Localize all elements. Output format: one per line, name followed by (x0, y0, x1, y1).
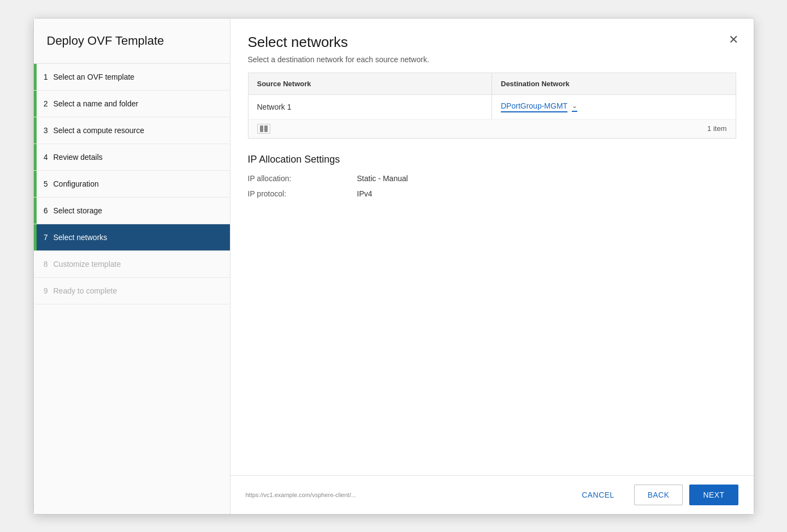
network-table: Source Network Destination Network Netwo… (248, 73, 736, 119)
step-indicator (34, 278, 37, 304)
ip-protocol-row: IP protocol: IPv4 (248, 189, 736, 198)
source-network-cell: Network 1 (248, 94, 492, 119)
step-number: 2 (34, 99, 54, 108)
step-number: 3 (34, 126, 54, 135)
page-subtitle: Select a destination network for each so… (248, 55, 736, 64)
ip-protocol-value: IPv4 (357, 189, 372, 198)
close-button[interactable]: ✕ (726, 32, 741, 48)
next-button[interactable]: NEXT (689, 485, 738, 505)
dialog-footer: https://vc1.example.com/vsphere-client/.… (230, 475, 754, 514)
sidebar-step-6[interactable]: 6 Select storage (34, 198, 230, 224)
sidebar-step-2[interactable]: 2 Select a name and folder (34, 91, 230, 117)
step-label: Select networks (54, 233, 108, 242)
step-indicator (34, 224, 37, 250)
step-number: 1 (34, 73, 54, 81)
step-indicator (34, 117, 37, 144)
ip-allocation-section: IP Allocation Settings IP allocation: St… (248, 154, 736, 198)
ip-allocation-label: IP allocation: (248, 174, 357, 183)
destination-network-cell[interactable]: DPortGroup-MGMT ⌄ (492, 94, 736, 119)
ip-allocation-value: Static - Manual (357, 174, 408, 183)
step-indicator (34, 91, 37, 117)
sidebar-step-4[interactable]: 4 Review details (34, 144, 230, 171)
step-label: Select an OVF template (54, 73, 135, 81)
step-indicator (34, 144, 37, 170)
col-destination-network: Destination Network (492, 73, 736, 94)
step-label: Select a name and folder (54, 99, 139, 108)
sidebar-step-5[interactable]: 5 Configuration (34, 171, 230, 198)
ip-allocation-row: IP allocation: Static - Manual (248, 174, 736, 183)
dialog-body: Deploy OVF Template 1 Select an OVF temp… (34, 19, 754, 514)
step-number: 7 (34, 233, 54, 242)
main-content: Select networks Select a destination net… (230, 19, 754, 514)
step-number: 4 (34, 153, 54, 162)
chevron-down-icon: ⌄ (572, 102, 577, 112)
sidebar-steps: 1 Select an OVF template 2 Select a name… (34, 64, 230, 304)
step-label: Select a compute resource (54, 126, 145, 135)
sidebar-title: Deploy OVF Template (34, 19, 230, 64)
table-footer-icons (257, 124, 270, 134)
table-row: Network 1 DPortGroup-MGMT ⌄ (248, 94, 736, 119)
back-button[interactable]: BACK (634, 485, 683, 505)
deploy-ovf-dialog: Deploy OVF Template 1 Select an OVF temp… (33, 18, 754, 515)
step-number: 9 (34, 286, 54, 295)
table-header-row: Source Network Destination Network (248, 73, 736, 94)
svg-rect-0 (260, 125, 263, 132)
cancel-button[interactable]: CANCEL (569, 485, 627, 505)
table-item-count: 1 item (707, 124, 726, 133)
step-number: 6 (34, 206, 54, 215)
main-header: Select networks Select a destination net… (230, 19, 754, 73)
col-source-network: Source Network (248, 73, 492, 94)
step-label: Review details (54, 153, 103, 162)
destination-select[interactable]: DPortGroup-MGMT ⌄ (501, 101, 727, 112)
step-label: Customize template (54, 260, 121, 268)
main-body: Source Network Destination Network Netwo… (230, 73, 754, 475)
sidebar-step-1[interactable]: 1 Select an OVF template (34, 64, 230, 91)
step-label: Ready to complete (54, 286, 117, 295)
step-indicator (34, 171, 37, 197)
destination-value: DPortGroup-MGMT (501, 101, 567, 112)
step-indicator (34, 198, 37, 224)
ip-allocation-title: IP Allocation Settings (248, 154, 736, 165)
step-label: Configuration (54, 180, 99, 188)
step-number: 8 (34, 260, 54, 268)
column-toggle-icon[interactable] (257, 124, 270, 134)
page-title: Select networks (248, 34, 736, 51)
table-footer: 1 item (248, 119, 736, 139)
svg-rect-1 (264, 125, 268, 132)
sidebar-step-8: 8 Customize template (34, 251, 230, 278)
step-number: 5 (34, 180, 54, 188)
step-indicator (34, 251, 37, 277)
step-indicator (34, 64, 37, 90)
footer-url: https://vc1.example.com/vsphere-client/.… (246, 492, 356, 498)
sidebar-step-3[interactable]: 3 Select a compute resource (34, 117, 230, 144)
sidebar-step-9: 9 Ready to complete (34, 278, 230, 304)
ip-protocol-label: IP protocol: (248, 189, 357, 198)
sidebar: Deploy OVF Template 1 Select an OVF temp… (34, 19, 230, 514)
sidebar-step-7[interactable]: 7 Select networks (34, 224, 230, 251)
step-label: Select storage (54, 206, 103, 215)
